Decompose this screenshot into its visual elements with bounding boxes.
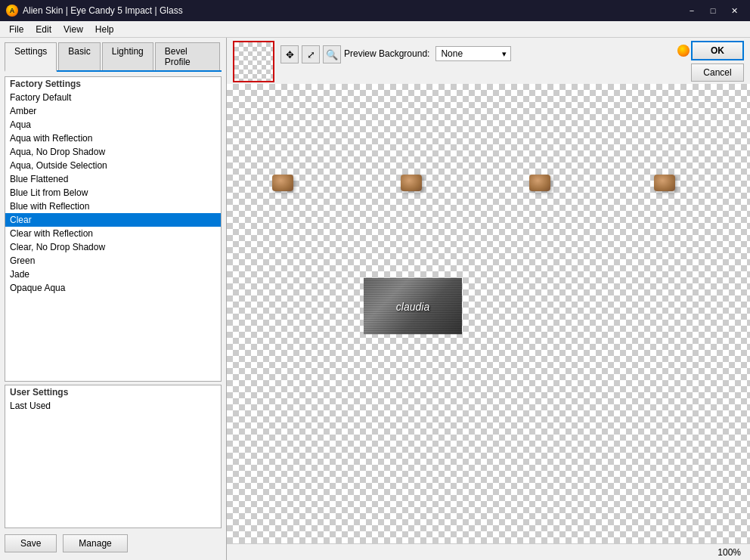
preview-area: claudia: [227, 84, 750, 543]
list-item-opaque-aqua[interactable]: Opaque Aqua: [5, 281, 221, 295]
list-item-aqua-reflection[interactable]: Aqua with Reflection: [5, 131, 221, 145]
zoom-level: 100%: [717, 547, 741, 558]
preview-bg-row: Preview Background: NoneWhiteBlackCustom: [344, 46, 511, 61]
tabs-row: Settings Basic Lighting Bevel Profile: [5, 42, 222, 72]
manage-button[interactable]: Manage: [63, 534, 127, 552]
menu-help[interactable]: Help: [89, 23, 120, 36]
list-item-amber[interactable]: Amber: [5, 104, 221, 118]
user-settings-section: User Settings Last Used: [5, 385, 222, 528]
preview-bg-select[interactable]: NoneWhiteBlackCustom: [435, 46, 511, 61]
tab-lighting[interactable]: Lighting: [102, 42, 153, 70]
list-item-aqua[interactable]: Aqua: [5, 118, 221, 131]
save-button[interactable]: Save: [5, 534, 57, 552]
preview-image: claudia: [364, 278, 462, 335]
preview-bg-label: Preview Background:: [344, 48, 429, 59]
list-item-clear-reflection[interactable]: Clear with Reflection: [5, 227, 221, 240]
tab-bevel-profile[interactable]: Bevel Profile: [155, 42, 220, 70]
factory-settings-section: Factory Settings Factory Default Amber A…: [5, 76, 222, 382]
zoom-tool-button[interactable]: 🔍: [323, 45, 341, 63]
list-item-blue-flattened[interactable]: Blue Flattened: [5, 172, 221, 186]
maximize-button[interactable]: □: [703, 3, 723, 18]
tab-basic[interactable]: Basic: [58, 42, 100, 70]
list-item-factory-default[interactable]: Factory Default: [5, 91, 221, 104]
preview-image-overlay: claudia: [364, 278, 462, 335]
list-item-green[interactable]: Green: [5, 254, 221, 268]
right-panel: ✥ ⤢ 🔍 Preview Background: NoneWhiteBlack…: [227, 38, 750, 560]
preview-button-1: [272, 175, 293, 191]
minimize-button[interactable]: −: [682, 3, 702, 18]
cancel-button[interactable]: Cancel: [691, 63, 744, 82]
factory-settings-list: Factory Settings Factory Default Amber A…: [5, 77, 221, 381]
list-item-aqua-outside[interactable]: Aqua, Outside Selection: [5, 159, 221, 172]
list-item-blue-reflection[interactable]: Blue with Reflection: [5, 200, 221, 213]
title-bar-left: A Alien Skin | Eye Candy 5 Impact | Glas…: [6, 5, 183, 17]
factory-settings-header: Factory Settings: [5, 77, 221, 91]
list-item-blue-lit-below[interactable]: Blue Lit from Below: [5, 186, 221, 200]
list-item-clear[interactable]: Clear: [5, 213, 221, 227]
preview-thumbnail: [233, 41, 274, 82]
list-item-aqua-no-drop[interactable]: Aqua, No Drop Shadow: [5, 145, 221, 159]
top-controls-area: ✥ ⤢ 🔍 Preview Background: NoneWhiteBlack…: [227, 38, 750, 84]
preview-bg-select-wrapper[interactable]: NoneWhiteBlackCustom: [435, 46, 511, 61]
user-settings-list: User Settings Last Used: [5, 385, 221, 528]
tool-icons: ✥ ⤢ 🔍: [280, 45, 341, 63]
list-item-clear-no-drop[interactable]: Clear, No Drop Shadow: [5, 240, 221, 254]
app-icon: A: [6, 5, 18, 17]
menu-bar: File Edit View Help: [0, 21, 750, 38]
title-bar: A Alien Skin | Eye Candy 5 Impact | Glas…: [0, 0, 750, 21]
close-button[interactable]: ✕: [724, 3, 744, 18]
user-settings-header: User Settings: [5, 385, 221, 399]
ok-button[interactable]: OK: [691, 41, 744, 60]
title-text: Alien Skin | Eye Candy 5 Impact | Glass: [23, 5, 183, 16]
preview-button-3: [529, 175, 550, 191]
list-item-last-used[interactable]: Last Used: [5, 399, 221, 413]
hand-tool-button[interactable]: ✥: [280, 45, 299, 63]
move-tool-button[interactable]: ⤢: [302, 45, 320, 63]
menu-edit[interactable]: Edit: [29, 23, 57, 36]
ok-cancel-group: OK Cancel: [676, 41, 744, 82]
left-panel: Settings Basic Lighting Bevel Profile Fa…: [0, 38, 227, 560]
bottom-buttons: Save Manage: [5, 531, 222, 555]
list-item-jade[interactable]: Jade: [5, 268, 221, 281]
preview-button-4: [654, 175, 675, 191]
menu-view[interactable]: View: [57, 23, 89, 36]
title-controls[interactable]: − □ ✕: [682, 3, 744, 18]
menu-file[interactable]: File: [3, 23, 29, 36]
preview-button-2: [401, 175, 422, 191]
tab-settings[interactable]: Settings: [5, 42, 57, 72]
preview-image-text: claudia: [396, 300, 429, 312]
main-container: Settings Basic Lighting Bevel Profile Fa…: [0, 38, 750, 560]
status-bar: 100%: [227, 543, 750, 560]
